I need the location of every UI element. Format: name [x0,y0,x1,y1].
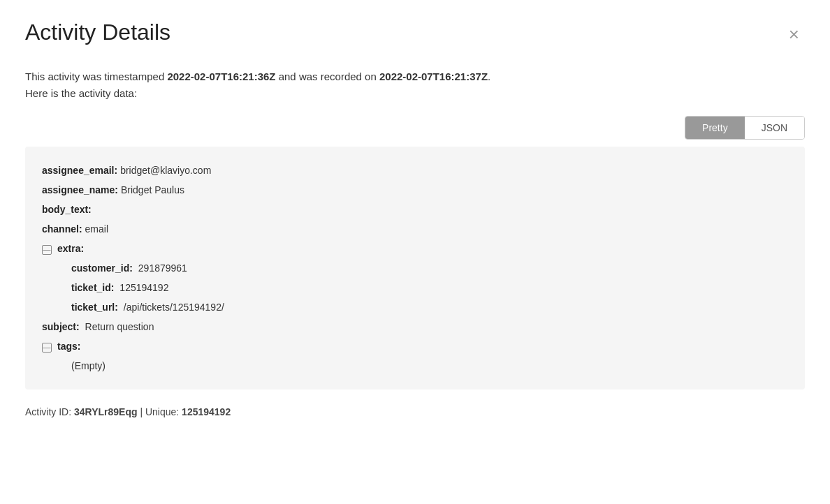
subject-key: subject: [42,317,80,336]
footer-bar: Activity ID: 34RYLr89Eqg | Unique: 12519… [25,406,805,417]
view-toggle-toolbar: Pretty JSON [25,116,805,140]
tags-key: tags: [57,336,80,356]
extra-key: extra: [57,239,84,258]
assignee-email-key: assignee_email: [42,161,117,180]
customer-id-row: customer_id: 291879961 [71,258,788,278]
assignee-email-row: assignee_email: bridget@klaviyo.com [42,161,788,180]
channel-key: channel: [42,219,82,239]
modal-header: Activity Details × [25,20,805,46]
ticket-url-key: ticket_url: [71,297,118,317]
view-toggle-group: Pretty JSON [685,116,805,140]
unique-id: 125194192 [182,406,231,417]
tags-empty-row: (Empty) [71,356,788,376]
customer-id-key: customer_id: [71,258,133,278]
pretty-button[interactable]: Pretty [685,117,745,139]
assignee-name-value: Bridget Paulus [121,180,184,200]
channel-value: email [85,219,108,239]
channel-row: channel: email [42,219,788,239]
extra-collapse-icon[interactable]: — [42,245,52,255]
extra-nested-data: customer_id: 291879961 ticket_id: 125194… [71,258,788,317]
description-prefix: This activity was timestamped [25,71,167,82]
ticket-url-row: ticket_url: /api/tickets/125194192/ [71,297,788,317]
customer-id-value: 291879961 [136,258,187,278]
activity-id: 34RYLr89Eqg [74,406,138,417]
ticket-id-row: ticket_id: 125194192 [71,278,788,297]
activity-details-modal: Activity Details × This activity was tim… [0,0,830,504]
tags-empty-value: (Empty) [71,356,105,376]
modal-title: Activity Details [25,20,170,45]
tags-section-row: — tags: [42,336,788,356]
body-text-row: body_text: [42,200,788,219]
subject-value: Return question [82,317,154,336]
footer-prefix: Activity ID: [25,406,74,417]
assignee-name-row: assignee_name: Bridget Paulus [42,180,788,200]
ticket-id-value: 125194192 [117,278,168,297]
assignee-email-value: bridget@klaviyo.com [120,161,211,180]
tags-nested-data: (Empty) [71,356,788,376]
description-middle: and was recorded on [276,71,379,82]
close-button[interactable]: × [783,22,805,46]
data-panel: assignee_email: bridget@klaviyo.com assi… [25,147,805,390]
ticket-url-value: /api/tickets/125194192/ [121,297,224,317]
timestamp2: 2022-02-07T16:21:37Z [379,71,488,82]
activity-description: This activity was timestamped 2022-02-07… [25,68,805,102]
description-second-line: Here is the activity data: [25,87,137,99]
footer-separator: | Unique: [138,406,182,417]
body-text-key: body_text: [42,200,92,219]
subject-row: subject: Return question [42,317,788,336]
ticket-id-key: ticket_id: [71,278,114,297]
json-button[interactable]: JSON [745,117,804,139]
assignee-name-key: assignee_name: [42,180,118,200]
timestamp1: 2022-02-07T16:21:36Z [167,71,275,82]
extra-section-row: — extra: [42,239,788,258]
tags-collapse-icon[interactable]: — [42,343,52,353]
description-suffix: . [488,71,490,82]
